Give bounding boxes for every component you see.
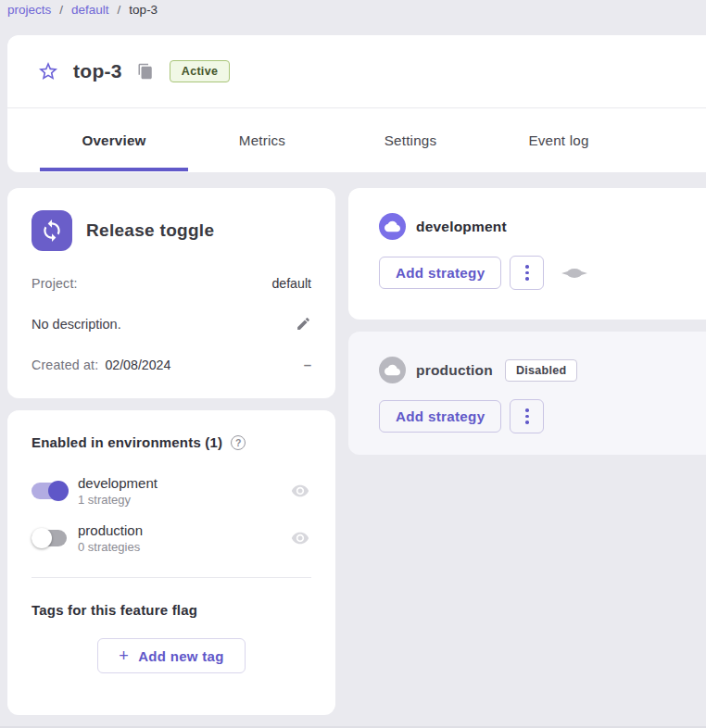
tab-settings[interactable]: Settings — [336, 108, 485, 171]
tags-section-title: Tags for this feature flag — [32, 602, 311, 618]
created-at-row: Created at: 02/08/2024 – — [32, 357, 311, 372]
kebab-menu-icon — [525, 265, 529, 269]
tab-event-log[interactable]: Event log — [485, 108, 633, 171]
tags-section: Tags for this feature flag + Add new tag — [7, 578, 335, 673]
enabled-environments-title: Enabled in environments (1) — [32, 434, 222, 450]
description-text: No description. — [32, 317, 121, 332]
environment-row-production: production 0 strategies — [32, 522, 311, 554]
environment-menu-button[interactable] — [510, 256, 544, 290]
environment-panel-title: development — [416, 219, 507, 235]
feature-header-card: top-3 Active Overview Metrics Settings E… — [7, 35, 706, 172]
enabled-environments-section: Enabled in environments (1) ? developmen… — [7, 410, 335, 578]
feature-overview-card: Release toggle Project: default No descr… — [7, 188, 335, 398]
cloud-icon — [379, 213, 406, 240]
copy-name-button[interactable] — [137, 63, 154, 80]
environment-panel-production: production Disabled Add strategy — [348, 332, 706, 455]
status-badge: Active — [170, 60, 230, 82]
feature-title-row: top-3 Active — [7, 35, 706, 108]
tab-bar: Overview Metrics Settings Event log — [7, 108, 706, 171]
disabled-badge: Disabled — [505, 359, 578, 382]
environment-strategy-count: 0 strategies — [78, 540, 143, 554]
breadcrumb-separator: / — [118, 3, 121, 17]
active-tab-indicator — [40, 168, 188, 171]
environment-panel-title: production — [416, 362, 493, 379]
plus-icon: + — [119, 647, 129, 664]
project-row: Project: default — [32, 276, 311, 291]
cloud-icon — [379, 357, 406, 383]
eye-icon[interactable] — [291, 482, 309, 500]
production-toggle[interactable] — [32, 528, 69, 548]
description-row: No description. — [32, 316, 311, 332]
breadcrumb-link-projects[interactable]: projects — [7, 3, 51, 17]
development-toggle[interactable] — [32, 481, 69, 501]
edit-pencil-icon — [296, 316, 311, 332]
add-strategy-button[interactable]: Add strategy — [379, 400, 501, 433]
add-strategy-button[interactable]: Add strategy — [379, 257, 501, 289]
environment-name: development — [78, 475, 158, 491]
breadcrumb-current-page: top-3 — [129, 3, 158, 17]
empty-value-dash: – — [304, 357, 311, 372]
breadcrumb-link-default[interactable]: default — [71, 3, 109, 17]
favorite-star-icon[interactable] — [37, 60, 59, 82]
created-at-label: Created at: — [32, 358, 98, 372]
eye-icon[interactable] — [291, 529, 309, 547]
breadcrumb-separator: / — [59, 3, 63, 17]
page-title: top-3 — [73, 60, 122, 82]
environment-row-development: development 1 strategy — [32, 475, 311, 507]
tab-overview[interactable]: Overview — [40, 108, 188, 171]
help-icon[interactable]: ? — [231, 435, 246, 450]
add-new-tag-button[interactable]: + Add new tag — [97, 638, 245, 673]
feature-type-label: Release toggle — [86, 220, 214, 241]
edit-description-button[interactable] — [296, 316, 311, 332]
created-at-value: 02/08/2024 — [105, 358, 170, 372]
feature-type-row: Release toggle — [32, 210, 311, 251]
environment-strategy-count: 1 strategy — [78, 493, 158, 507]
project-label: Project: — [32, 276, 78, 291]
environment-name: production — [78, 522, 143, 538]
add-new-tag-label: Add new tag — [138, 648, 223, 664]
copy-icon — [137, 63, 154, 80]
breadcrumb: projects / default / top-3 — [7, 3, 158, 17]
release-toggle-icon — [32, 210, 72, 251]
environment-menu-button[interactable] — [510, 399, 544, 433]
tab-metrics[interactable]: Metrics — [188, 108, 336, 171]
spindle-icon — [561, 269, 587, 278]
kebab-menu-icon — [525, 408, 529, 412]
environments-card: Enabled in environments (1) ? developmen… — [7, 410, 335, 715]
environment-panel-development: development Add strategy — [348, 188, 706, 320]
project-value: default — [271, 276, 311, 291]
